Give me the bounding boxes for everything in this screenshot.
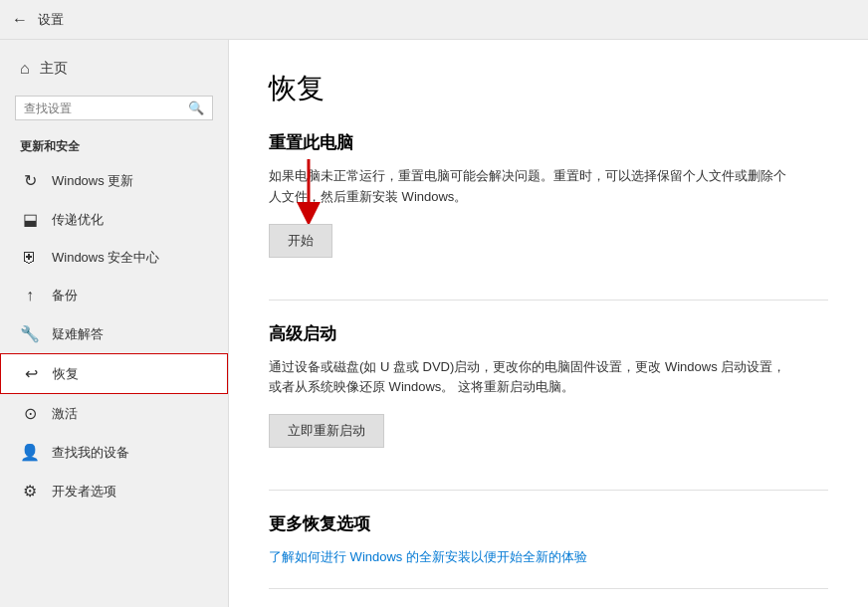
sidebar-item-label: 恢复 xyxy=(53,365,79,383)
sidebar-item-label: Windows 安全中心 xyxy=(52,249,159,267)
content-area: 恢复 重置此电脑 如果电脑未正常运行，重置电脑可能会解决问题。重置时，可以选择保… xyxy=(229,40,868,607)
backup-icon: ↑ xyxy=(20,287,40,304)
advanced-startup-title: 高级启动 xyxy=(269,322,828,345)
activate-icon: ⊙ xyxy=(20,404,40,423)
divider-3 xyxy=(269,588,828,589)
sidebar-item-label: 查找我的设备 xyxy=(52,444,129,462)
sidebar-item-windows-update[interactable]: ↻ Windows 更新 xyxy=(0,161,228,200)
sidebar-item-recovery[interactable]: ↩ 恢复 xyxy=(0,353,228,394)
sidebar-item-label: 开发者选项 xyxy=(52,483,116,501)
reset-pc-title: 重置此电脑 xyxy=(269,131,828,154)
fresh-install-link[interactable]: 了解如何进行 Windows 的全新安装以便开始全新的体验 xyxy=(269,549,587,564)
sidebar-item-delivery-optimization[interactable]: ⬓ 传递优化 xyxy=(0,200,228,239)
sidebar-item-windows-security[interactable]: ⛨ Windows 安全中心 xyxy=(0,239,228,277)
sidebar-item-label: 备份 xyxy=(52,287,78,304)
reset-pc-desc: 如果电脑未正常运行，重置电脑可能会解决问题。重置时，可以选择保留个人文件或删除个… xyxy=(269,166,786,208)
sidebar-item-label: 传递优化 xyxy=(52,211,104,229)
sidebar-item-label: Windows 更新 xyxy=(52,172,133,190)
sidebar-item-label: 激活 xyxy=(52,405,78,423)
recovery-icon: ↩ xyxy=(21,364,41,383)
divider-2 xyxy=(269,490,828,491)
sidebar-item-backup[interactable]: ↑ 备份 xyxy=(0,277,228,314)
sidebar-home[interactable]: ⌂ 主页 xyxy=(0,50,228,88)
home-icon: ⌂ xyxy=(20,60,30,78)
sidebar-item-label: 疑难解答 xyxy=(52,325,104,343)
search-input[interactable] xyxy=(24,101,188,115)
advanced-startup-desc: 通过设备或磁盘(如 U 盘或 DVD)启动，更改你的电脑固件设置，更改 Wind… xyxy=(269,357,786,399)
more-options-title: 更多恢复选项 xyxy=(269,512,828,535)
update-icon: ↻ xyxy=(20,171,40,190)
main-layout: ⌂ 主页 🔍 更新和安全 ↻ Windows 更新 ⬓ 传递优化 ⛨ Windo… xyxy=(0,40,868,607)
search-icon: 🔍 xyxy=(188,101,204,115)
title-bar: ← 设置 xyxy=(0,0,868,40)
sidebar-home-label: 主页 xyxy=(40,60,68,78)
restart-now-button[interactable]: 立即重新启动 xyxy=(269,414,384,448)
sidebar-item-find-device[interactable]: 👤 查找我的设备 xyxy=(0,433,228,472)
delivery-icon: ⬓ xyxy=(20,210,40,229)
developer-icon: ⚙ xyxy=(20,482,40,501)
shield-icon: ⛨ xyxy=(20,249,40,267)
title-bar-title: 设置 xyxy=(38,11,64,29)
find-device-icon: 👤 xyxy=(20,443,40,462)
page-title: 恢复 xyxy=(269,70,828,107)
sidebar-item-troubleshoot[interactable]: 🔧 疑难解答 xyxy=(0,314,228,353)
sidebar-section-title: 更新和安全 xyxy=(0,128,228,161)
start-reset-button[interactable]: 开始 xyxy=(269,224,332,258)
sidebar: ⌂ 主页 🔍 更新和安全 ↻ Windows 更新 ⬓ 传递优化 ⛨ Windo… xyxy=(0,40,229,607)
divider-1 xyxy=(269,300,828,301)
search-box: 🔍 xyxy=(15,96,213,120)
sidebar-item-developer[interactable]: ⚙ 开发者选项 xyxy=(0,472,228,510)
back-button[interactable]: ← xyxy=(12,11,28,29)
troubleshoot-icon: 🔧 xyxy=(20,324,40,343)
sidebar-item-activate[interactable]: ⊙ 激活 xyxy=(0,394,228,433)
